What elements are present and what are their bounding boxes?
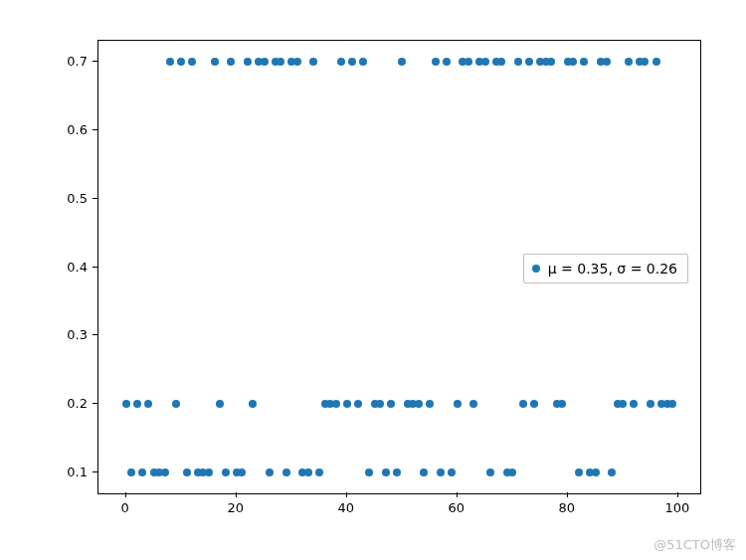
scatter-point [127,468,135,476]
scatter-point [365,468,373,476]
x-tick [346,492,347,497]
scatter-point [443,58,451,66]
scatter-point [497,58,505,66]
x-tick [125,492,126,497]
y-tick-label: 0.4 [67,259,88,274]
y-tick [93,471,97,472]
scatter-point [249,400,257,408]
scatter-point [216,400,224,408]
scatter-point [426,400,434,408]
y-tick [93,61,97,62]
scatter-point [641,58,649,66]
scatter-point [668,400,676,408]
scatter-point [592,468,600,476]
y-tick-label: 0.6 [67,121,88,136]
scatter-point [525,58,533,66]
scatter-point [133,400,141,408]
scatter-point [122,400,130,408]
x-tick-label: 60 [448,500,465,515]
scatter-point [354,400,362,408]
scatter-point [293,58,301,66]
scatter-point [211,58,219,66]
scatter-point [469,400,477,408]
scatter-point [608,468,616,476]
x-tick-label: 0 [121,500,129,515]
scatter-point [647,400,654,408]
x-tick-label: 20 [227,500,244,515]
scatter-point [238,468,246,476]
scatter-point [437,468,445,476]
x-tick-label: 40 [337,500,354,515]
scatter-point [144,400,152,408]
scatter-point [603,58,611,66]
scatter-point [172,400,180,408]
y-tick-label: 0.5 [67,190,88,205]
scatter-point [266,468,274,476]
scatter-point [277,58,284,66]
x-tick [457,492,458,497]
scatter-point [630,400,638,408]
scatter-point [337,58,345,66]
scatter-point [420,468,428,476]
y-tick-label: 0.3 [67,327,88,342]
scatter-point [415,400,423,408]
scatter-point [359,58,367,66]
plot-area: μ = 0.35, σ = 0.26 [97,40,701,494]
scatter-point [343,400,351,408]
scatter-point [205,468,213,476]
y-tick-label: 0.7 [67,53,88,68]
x-tick-label: 80 [559,500,576,515]
y-tick-label: 0.2 [67,396,88,411]
scatter-point [348,58,356,66]
scatter-point [547,58,555,66]
x-tick [567,492,568,497]
scatter-point [580,58,588,66]
scatter-point [177,58,185,66]
scatter-point [625,58,633,66]
scatter-point [508,468,516,476]
scatter-point [309,58,317,66]
x-tick-label: 100 [664,500,689,515]
watermark: @51CTO博客 [653,536,736,554]
scatter-point [575,468,583,476]
scatter-point [454,400,462,408]
watermark-text: @51CTO博客 [653,537,736,552]
scatter-point [166,58,174,66]
scatter-point [569,58,577,66]
scatter-point [183,468,191,476]
scatter-point [138,468,146,476]
x-tick [677,492,678,497]
scatter-point [448,468,456,476]
scatter-point [244,58,252,66]
scatter-point [486,468,494,476]
scatter-point [161,468,169,476]
scatter-point [382,468,390,476]
figure: μ = 0.35, σ = 0.26 @51CTO博客 020406080100… [0,0,746,560]
x-tick [236,492,237,497]
scatter-point [387,400,395,408]
y-tick [93,334,97,335]
scatter-point [393,468,401,476]
scatter-point [261,58,269,66]
y-tick-label: 0.1 [67,465,88,479]
scatter-point [653,58,660,66]
y-tick [93,403,97,404]
y-tick [93,198,97,199]
scatter-point [481,58,489,66]
scatter-point [282,468,290,476]
scatter-point [315,468,323,476]
legend: μ = 0.35, σ = 0.26 [523,254,688,283]
scatter-point [465,58,472,66]
scatter-point [519,400,527,408]
scatter-point [530,400,538,408]
scatter-point [558,400,566,408]
legend-label: μ = 0.35, σ = 0.26 [548,261,677,277]
y-tick [93,267,97,268]
scatter-point [514,58,522,66]
legend-marker-icon [532,265,540,273]
scatter-point [432,58,440,66]
scatter-point [227,58,235,66]
scatter-point [332,400,340,408]
scatter-point [188,58,196,66]
scatter-point [376,400,384,408]
